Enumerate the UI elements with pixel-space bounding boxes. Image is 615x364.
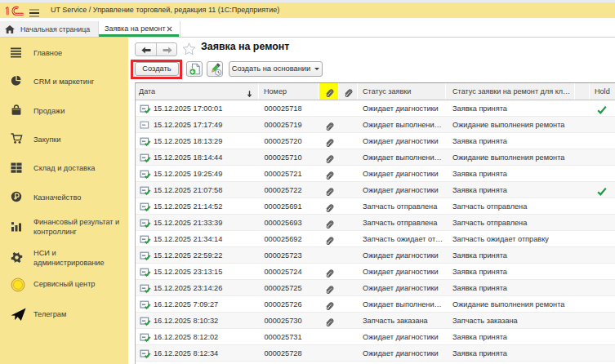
document-posted-icon (140, 137, 151, 149)
sections-panel: ГлавноеCRM и маркетингПродажиЗакупкиСкла… (0, 38, 128, 364)
sidebar-item[interactable]: Сервисный центр (0, 270, 128, 298)
sidebar-item-label: Главное (33, 48, 127, 58)
back-arrow-icon[interactable] (141, 47, 151, 54)
edit-history-button[interactable] (207, 61, 223, 77)
column-header-narrow[interactable] (575, 83, 590, 100)
sidebar-item[interactable]: Склад и доставка (0, 154, 128, 182)
table-row[interactable]: 16.12.2025 8:10:32000025730Запчасть зака… (136, 313, 615, 329)
cell-status: Ожидает диагностики (358, 183, 446, 198)
favorite-star-icon[interactable] (182, 42, 196, 55)
sidebar-item[interactable]: CRM и маркетинг (0, 68, 128, 95)
cell-number: 000025728 (259, 346, 319, 362)
sidebar-item[interactable]: НСИ и администрирование (0, 242, 128, 273)
create-button[interactable]: Создать (135, 62, 179, 76)
column-header-date[interactable]: Дата (136, 83, 259, 100)
close-icon[interactable] (167, 26, 172, 32)
cell-clip1 (319, 150, 339, 166)
cell-number: 000025691 (259, 199, 319, 215)
cell-status-client: Ожидание выполнения ремонта (446, 150, 575, 166)
table-row[interactable]: 15.12.2025 22:59:22000025723Ожидает диаг… (136, 247, 615, 264)
sidebar-item[interactable]: Главное (0, 39, 128, 67)
paperclip-icon (324, 317, 335, 329)
sidebar-item[interactable]: Телеграм (0, 300, 128, 328)
table-row[interactable]: 15.12.2025 21:07:58000025722Ожидает диаг… (136, 182, 615, 198)
table-row[interactable]: 15.12.2025 17:17:49000025719Ожидает выпо… (136, 117, 615, 133)
table-row[interactable]: 16.12.2025 8:12:02000025731Ожидает диагн… (136, 329, 615, 345)
paperclip-icon (324, 137, 335, 149)
cell-status: Ожидает выполнени… (358, 150, 446, 166)
tab-repair-request[interactable]: Заявка на ремонт (99, 21, 180, 37)
cell-date-text: 15.12.2025 23:14:26 (154, 281, 222, 296)
cell-clip1 (319, 215, 339, 231)
cell-date: 15.12.2025 17:00:01 (136, 101, 259, 117)
cell-date: 15.12.2025 22:59:22 (136, 248, 259, 264)
yellow-circle-icon (11, 277, 23, 291)
table-row[interactable]: 15.12.2025 21:34:14000025692Запчасть ожи… (136, 231, 615, 247)
document-posted-icon (140, 251, 151, 264)
column-header-hold[interactable]: Hold (590, 83, 615, 100)
forward-arrow-icon[interactable] (163, 47, 172, 54)
cell-status-client: Заявка принята (446, 248, 575, 264)
sidebar-item[interactable]: Казначейство (0, 184, 128, 211)
cell-date: 15.12.2025 18:14:44 (136, 150, 259, 166)
table-row[interactable]: 15.12.2025 21:33:39000025693Запчасть отп… (136, 215, 615, 231)
sort-down-icon (247, 87, 252, 100)
table-row[interactable]: 15.12.2025 23:14:26000025725Ожидает диаг… (136, 280, 615, 296)
pie-chart-icon (11, 75, 23, 88)
cell-clip1 (319, 118, 339, 133)
cell-date-text: 15.12.2025 23:13:15 (154, 264, 222, 280)
copy-document-button[interactable] (186, 61, 203, 77)
create-based-on-button[interactable]: Создать на основании (229, 61, 323, 77)
history-nav-group (135, 42, 177, 56)
cell-number: 000025710 (259, 150, 319, 166)
copy-document-icon (189, 63, 202, 76)
cell-number: 000025725 (259, 281, 319, 296)
1c-logo-icon (5, 6, 24, 16)
table-row[interactable]: 15.12.2025 21:14:52000025691Запчасть отп… (136, 198, 615, 215)
cell-number: 000025726 (259, 297, 319, 313)
cell-status-client: Заявка принята (446, 101, 575, 117)
column-header-status[interactable]: Статус заявки (358, 83, 446, 100)
column-header-status-client[interactable]: Статус заявки на ремонт для кл… (446, 83, 575, 100)
column-header-clip1[interactable] (319, 83, 339, 100)
nav-group-divider (156, 43, 157, 55)
cell-date-text: 15.12.2025 17:00:01 (154, 101, 222, 117)
table-row[interactable]: 15.12.2025 18:14:44000025710Ожидает выпо… (136, 149, 615, 166)
cell-number: 000025718 (259, 101, 319, 117)
table-row[interactable]: 15.12.2025 19:25:49000025721Ожидает диаг… (136, 166, 615, 182)
cell-date-text: 15.12.2025 17:17:49 (154, 118, 222, 133)
table-row[interactable]: 16.12.2025 8:12:34000025728Ожидает диагн… (136, 345, 615, 362)
cell-date: 15.12.2025 19:25:49 (136, 166, 259, 182)
document-posted-icon (140, 170, 151, 182)
cell-status: Запчасть отправлена (358, 199, 446, 215)
table-row[interactable]: 15.12.2025 18:13:29000025720Ожидает диаг… (136, 133, 615, 149)
column-header-label: Статус заявки на ремонт для кл… (452, 87, 570, 95)
table-row[interactable]: 15.12.2025 23:13:15000025724Ожидает диаг… (136, 264, 615, 280)
column-header-label: Номер (264, 87, 287, 95)
table-row[interactable]: 16.12.2025 7:09:27000025726Ожидает выпол… (136, 296, 615, 313)
column-header-number[interactable]: Номер (259, 83, 319, 100)
sidebar-item[interactable]: Закупки (0, 126, 128, 153)
cell-clip1 (319, 232, 339, 247)
sidebar-item[interactable]: Продажи (0, 97, 128, 125)
sidebar-item[interactable]: Финансовый результат и контроллинг (0, 211, 128, 242)
cell-clip1 (319, 183, 339, 198)
paperclip-icon (324, 170, 335, 182)
main-menu-icon[interactable] (29, 9, 39, 17)
cell-date: 16.12.2025 8:12:02 (136, 330, 259, 345)
paperclip-icon (324, 300, 335, 313)
cell-date: 15.12.2025 21:33:39 (136, 215, 259, 231)
document-posted-icon (140, 104, 151, 117)
document-posted-icon (140, 186, 151, 198)
cell-status: Ожидает диагностики (358, 134, 446, 149)
column-header-clip2[interactable] (339, 83, 358, 100)
tab-home[interactable]: Начальная страница (0, 21, 99, 37)
sidebar-item-label: Продажи (33, 106, 127, 116)
window-titlebar: UT Service / Управление торговлей, редак… (0, 2, 615, 18)
cell-number: 000025730 (259, 313, 319, 329)
table-row[interactable]: 15.12.2025 17:00:01000025718Ожидает диаг… (136, 100, 615, 117)
cell-status-client: Запчасть заказана (446, 313, 575, 329)
paper-plane-icon (11, 308, 23, 321)
cell-status-client: Запчасть отправлена (446, 199, 575, 215)
shopping-bag-icon (11, 104, 23, 118)
